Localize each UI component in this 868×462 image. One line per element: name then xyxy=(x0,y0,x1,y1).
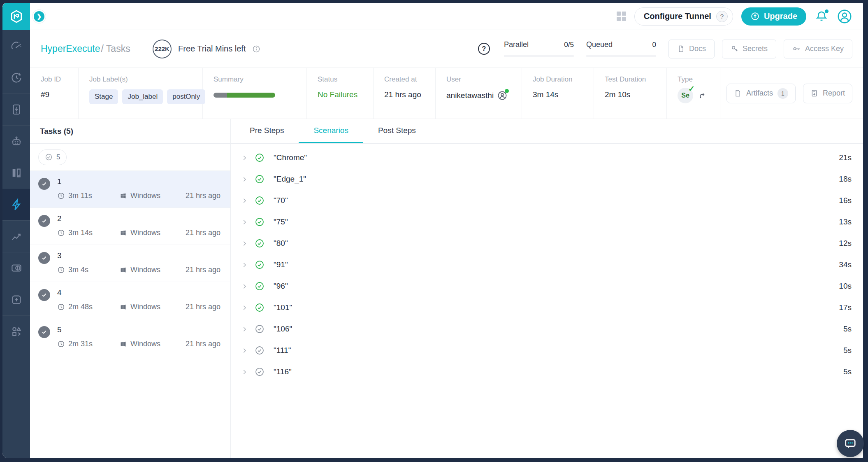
job-created-value: 21 hrs ago xyxy=(384,90,431,99)
scenario-row[interactable]: "101" 17s xyxy=(231,297,863,318)
scenario-row[interactable]: "70" 16s xyxy=(231,190,863,211)
gauge-icon xyxy=(10,40,23,52)
expand-chevron-icon[interactable] xyxy=(241,348,248,354)
task-number: 1 xyxy=(57,177,223,186)
scenario-row[interactable]: "Edge_1" 18s xyxy=(231,168,863,190)
task-duration: 3m 14s xyxy=(68,229,93,237)
tasks-filter-row: 5 xyxy=(30,144,230,171)
report-button[interactable]: Report xyxy=(803,84,852,103)
sidebar-item-more-products[interactable] xyxy=(2,315,30,347)
sidebar-item-dashboard[interactable] xyxy=(2,30,30,62)
job-summary-cell: Summary xyxy=(203,68,307,119)
job-actions-cell: Artifacts 1 Report xyxy=(720,68,863,119)
tab-label: Scenarios xyxy=(313,126,348,135)
scenario-name: "Chrome" xyxy=(274,153,307,162)
job-label-chip[interactable]: postOnly xyxy=(167,89,205,104)
job-label-chip[interactable]: Stage xyxy=(89,89,118,104)
expand-chevron-icon[interactable] xyxy=(241,369,248,375)
sidebar-item-visual-ui[interactable] xyxy=(2,252,30,284)
sidebar-item-new-integration[interactable] xyxy=(2,284,30,315)
completed-filter-pill[interactable]: 5 xyxy=(38,149,67,165)
job-label-chip[interactable]: Job_label xyxy=(122,89,163,104)
scenario-row[interactable]: "96" 10s xyxy=(231,275,863,297)
job-summary-progress-bar xyxy=(214,93,275,98)
scenario-status-icon xyxy=(255,324,265,334)
task-detail-panel: Pre Steps Scenarios Post Steps "Chrome" … xyxy=(231,119,863,458)
scenario-status-icon xyxy=(255,174,265,184)
sidebar-item-lt-browser[interactable] xyxy=(2,157,30,189)
hyperexecute-logo[interactable] xyxy=(2,3,30,30)
windows-icon xyxy=(120,266,127,273)
scenario-row[interactable]: "Chrome" 21s xyxy=(231,147,863,168)
summary-passed-segment xyxy=(227,93,275,98)
expand-chevron-icon[interactable] xyxy=(241,176,248,182)
parallel-block: Parallel 0/5 xyxy=(504,40,574,57)
scenario-status-icon xyxy=(255,153,265,163)
expand-chevron-icon[interactable] xyxy=(241,326,248,332)
sidebar-item-app-testing[interactable] xyxy=(2,93,30,125)
queued-block: Queued 0 xyxy=(586,40,656,57)
tunnel-help-icon[interactable]: ? xyxy=(716,11,728,22)
expand-chevron-icon[interactable] xyxy=(241,155,248,161)
access-key-button[interactable]: Access Key xyxy=(784,40,852,58)
task-os: Windows xyxy=(130,191,160,200)
tab-post-steps[interactable]: Post Steps xyxy=(363,119,431,143)
apps-grid-icon[interactable] xyxy=(617,12,626,21)
scenario-row[interactable]: "80" 12s xyxy=(231,233,863,254)
scenario-duration: 5s xyxy=(843,346,852,355)
scenario-duration: 16s xyxy=(839,196,852,205)
job-duration-value: 3m 14s xyxy=(533,90,589,99)
task-item-4[interactable]: 4 2m 48s Windows 21 hrs ago xyxy=(30,282,230,319)
tab-scenarios[interactable]: Scenarios xyxy=(299,119,363,143)
docs-label: Docs xyxy=(689,44,706,53)
user-avatar[interactable] xyxy=(837,9,852,24)
info-icon[interactable] xyxy=(252,45,260,53)
task-item-3[interactable]: 3 3m 4s Windows 21 hrs ago xyxy=(30,245,230,282)
scenario-duration: 5s xyxy=(843,324,852,334)
expand-chevron-icon[interactable] xyxy=(241,305,248,311)
task-item-5[interactable]: 5 2m 31s Windows 21 hrs ago xyxy=(30,319,230,356)
artifacts-button[interactable]: Artifacts 1 xyxy=(726,84,796,103)
document-icon xyxy=(677,45,685,53)
clock-icon xyxy=(57,229,65,237)
chat-widget-button[interactable] xyxy=(837,430,864,457)
tab-pre-steps[interactable]: Pre Steps xyxy=(235,119,299,143)
main-content: HyperExecute / Tasks 222K Free Trial Min… xyxy=(30,30,863,458)
secrets-button[interactable]: Secrets xyxy=(722,40,776,58)
task-number: 2 xyxy=(57,214,223,223)
job-user-label: User xyxy=(446,75,518,84)
docs-button[interactable]: Docs xyxy=(668,40,715,58)
sidebar-expand-button[interactable]: ❯ xyxy=(32,10,46,23)
scenario-row[interactable]: "91" 34s xyxy=(231,254,863,275)
visual-icon xyxy=(10,262,23,274)
breadcrumb-product-link[interactable]: HyperExecute xyxy=(41,43,100,54)
configure-tunnel-button[interactable]: Configure Tunnel ? xyxy=(634,7,733,26)
expand-chevron-icon[interactable] xyxy=(241,262,248,268)
scenario-status-icon xyxy=(255,260,265,270)
sidebar-item-hyperexecute[interactable] xyxy=(2,189,30,220)
sidebar-item-analytics[interactable] xyxy=(2,220,30,252)
expand-chevron-icon[interactable] xyxy=(241,283,248,289)
task-item-2[interactable]: 2 3m 14s Windows 21 hrs ago xyxy=(30,208,230,245)
scenario-status-icon xyxy=(255,217,265,227)
breadcrumb: HyperExecute / Tasks xyxy=(30,30,140,68)
concurrency-help-icon[interactable]: ? xyxy=(478,43,490,55)
scenario-duration: 21s xyxy=(839,153,852,162)
windows-icon xyxy=(120,303,127,310)
task-item-1[interactable]: 1 3m 11s Windows 21 hrs ago xyxy=(30,171,230,208)
expand-chevron-icon[interactable] xyxy=(241,198,248,204)
upgrade-button[interactable]: Upgrade xyxy=(741,7,806,26)
expand-chevron-icon[interactable] xyxy=(241,240,248,247)
job-status-label: Status xyxy=(318,75,369,84)
task-os: Windows xyxy=(130,340,160,348)
scenario-row[interactable]: "111" 5s xyxy=(231,340,863,361)
sidebar-item-realtime[interactable] xyxy=(2,62,30,93)
scenario-row[interactable]: "75" 13s xyxy=(231,211,863,233)
notifications-bell-icon[interactable] xyxy=(815,9,829,23)
sidebar-item-automation[interactable] xyxy=(2,125,30,157)
scenario-row[interactable]: "106" 5s xyxy=(231,318,863,340)
scenario-row[interactable]: "116" 5s xyxy=(231,361,863,383)
task-os: Windows xyxy=(130,266,160,274)
expand-chevron-icon[interactable] xyxy=(241,219,248,225)
job-created-label: Created at xyxy=(384,75,431,84)
